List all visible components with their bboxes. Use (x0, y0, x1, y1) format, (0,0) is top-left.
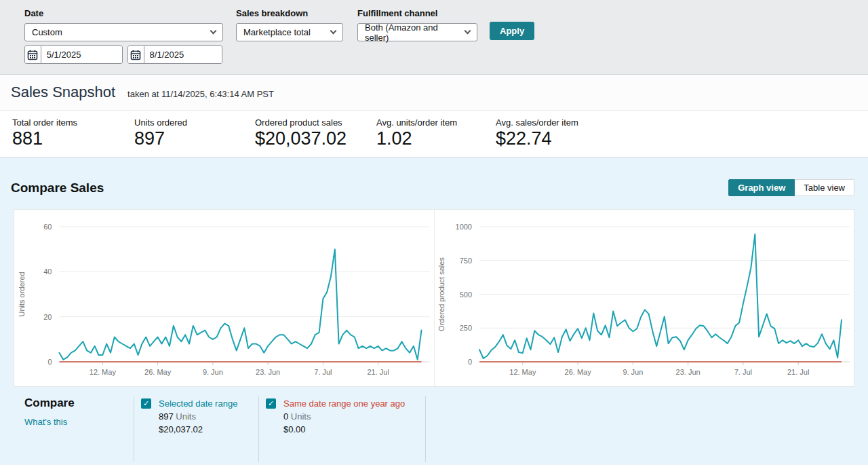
svg-text:750: 750 (460, 257, 472, 265)
compare-legend-title: Compare (24, 396, 134, 410)
table-view-button[interactable]: Table view (795, 179, 854, 196)
svg-text:0: 0 (47, 358, 52, 366)
legend-divider (425, 396, 426, 462)
stat-ordered-product-sales: Ordered product sales $20,037.02 (255, 117, 376, 157)
legend-item-year-ago: ✓ Same date range one year ago 0 Units $… (259, 396, 425, 465)
svg-text:21. Jul: 21. Jul (787, 368, 809, 376)
sales-snapshot-header: Sales Snapshot taken at 11/14/2025, 6:43… (0, 75, 868, 111)
end-date-input[interactable] (144, 46, 222, 63)
svg-text:Ordered product sales: Ordered product sales (437, 257, 446, 331)
sales-dashboard: Date Custom (0, 0, 868, 465)
svg-text:60: 60 (43, 223, 52, 231)
ordered-product-sales-chart[interactable]: 0250500750100012. May26. May9. Jun23. Ju… (434, 210, 854, 386)
svg-text:9. Jun: 9. Jun (623, 368, 643, 376)
date-range-selected-value: Custom (32, 27, 62, 37)
stat-avg-sales-order-item: Avg. sales/order item $22.74 (496, 117, 578, 157)
legend-item-units: 897 Units (159, 411, 249, 422)
sales-breakdown-selected-value: Marketplace total (243, 27, 311, 37)
stat-label: Avg. units/order item (376, 117, 496, 128)
svg-text:1000: 1000 (456, 223, 472, 231)
snapshot-stats-row: Total order items 881 Units ordered 897 … (0, 111, 868, 157)
svg-text:7. Jul: 7. Jul (314, 368, 332, 376)
start-date-input[interactable] (41, 46, 122, 63)
end-date-field[interactable] (127, 45, 222, 64)
stat-value: $20,037.02 (255, 128, 376, 149)
svg-text:21. Jul: 21. Jul (367, 368, 389, 376)
compare-legend: Compare What's this ✓ Selected date rang… (0, 387, 868, 465)
stat-label: Ordered product sales (255, 117, 376, 128)
svg-text:7. Jul: 7. Jul (734, 368, 752, 376)
stat-total-order-items: Total order items 881 (12, 117, 134, 157)
charts-panel: 020406012. May26. May9. Jun23. Jun7. Jul… (14, 209, 854, 387)
whats-this-link[interactable]: What's this (24, 417, 67, 427)
stat-value: 1.02 (376, 128, 496, 149)
calendar-icon[interactable] (128, 46, 144, 63)
sales-breakdown-select[interactable]: Marketplace total (236, 23, 343, 41)
selected-range-checkbox[interactable]: ✓ (141, 398, 151, 409)
chevron-down-icon (330, 28, 337, 35)
svg-text:40: 40 (43, 267, 52, 276)
svg-text:26. May: 26. May (144, 368, 172, 376)
compare-sales-title: Compare Sales (11, 181, 104, 196)
fulfillment-channel-label: Fulfillment channel (357, 8, 477, 18)
view-toggle: Graph view Table view (728, 179, 854, 196)
year-ago-checkbox[interactable]: ✓ (266, 398, 276, 409)
calendar-icon[interactable] (25, 46, 41, 63)
legend-item-amount: $20,037.02 (159, 424, 249, 434)
stat-value: $22.74 (496, 128, 578, 149)
fulfillment-channel-select[interactable]: Both (Amazon and seller) (357, 23, 477, 41)
svg-text:0: 0 (468, 358, 472, 366)
stat-value: 881 (12, 128, 134, 149)
start-date-field[interactable] (24, 45, 123, 64)
svg-text:9. Jun: 9. Jun (203, 368, 223, 376)
legend-item-units: 0 Units (283, 411, 416, 422)
stat-avg-units-order-item: Avg. units/order item 1.02 (376, 117, 496, 157)
svg-text:23. Jun: 23. Jun (256, 368, 280, 376)
svg-text:250: 250 (460, 324, 472, 332)
svg-text:12. May: 12. May (509, 368, 536, 376)
legend-item-selected-range: ✓ Selected date range 897 Units $20,037.… (134, 396, 258, 465)
compare-sales-section: Compare Sales Graph view Table view 0204… (0, 157, 868, 465)
date-range-select[interactable]: Custom (24, 23, 223, 41)
svg-text:20: 20 (43, 313, 52, 321)
stat-label: Total order items (12, 117, 134, 128)
chevron-down-icon (465, 28, 471, 35)
filter-bar: Date Custom (0, 0, 868, 75)
fulfillment-channel-selected-value: Both (Amazon and seller) (365, 22, 458, 43)
apply-button[interactable]: Apply (490, 22, 534, 40)
sales-snapshot-title: Sales Snapshot (11, 83, 115, 101)
svg-text:12. May: 12. May (90, 368, 117, 376)
svg-text:500: 500 (460, 291, 472, 299)
svg-text:26. May: 26. May (565, 368, 592, 376)
legend-item-label[interactable]: Selected date range (159, 398, 249, 410)
svg-text:Units ordered: Units ordered (18, 272, 26, 316)
stat-label: Units ordered (134, 117, 255, 128)
svg-text:23. Jun: 23. Jun (676, 368, 701, 376)
legend-item-amount: $0.00 (283, 424, 416, 434)
legend-item-label[interactable]: Same date range one year ago (283, 398, 416, 410)
snapshot-timestamp: taken at 11/14/2025, 6:43:14 AM PST (127, 89, 274, 99)
stat-label: Avg. sales/order item (496, 117, 578, 128)
units-ordered-chart[interactable]: 020406012. May26. May9. Jun23. Jun7. Jul… (14, 210, 434, 386)
chevron-down-icon (210, 28, 217, 35)
date-filter-label: Date (24, 8, 223, 18)
graph-view-button[interactable]: Graph view (728, 179, 795, 196)
stat-value: 897 (134, 128, 255, 149)
stat-units-ordered: Units ordered 897 (134, 117, 255, 157)
sales-breakdown-label: Sales breakdown (236, 8, 343, 18)
